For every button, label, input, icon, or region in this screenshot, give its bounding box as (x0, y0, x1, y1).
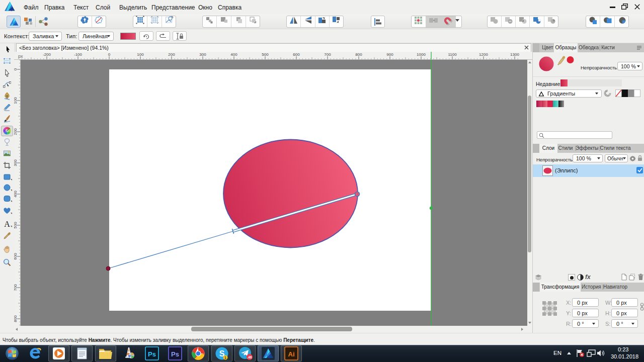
svg-text:200: 200 (168, 52, 175, 57)
svg-text:1300: 1300 (510, 52, 519, 57)
svg-text:700: 700 (324, 52, 331, 57)
svg-text:200: 200 (14, 128, 18, 135)
svg-text:1200: 1200 (479, 52, 488, 57)
svg-text:500: 500 (14, 222, 18, 229)
svg-text:800: 800 (14, 315, 18, 322)
svg-text:500: 500 (262, 52, 269, 57)
svg-text:1100: 1100 (448, 52, 457, 57)
svg-text:900: 900 (386, 52, 393, 57)
svg-text:A: A (4, 220, 10, 228)
svg-text:1000: 1000 (417, 52, 426, 57)
svg-text:Ps: Ps (148, 350, 156, 358)
svg-text:1: 1 (224, 356, 226, 359)
svg-text:700: 700 (14, 284, 18, 291)
svg-text:600: 600 (293, 52, 300, 57)
svg-text:Ps: Ps (171, 350, 179, 358)
svg-text:400: 400 (230, 52, 237, 57)
svg-text:Ai: Ai (288, 350, 295, 358)
svg-text:800: 800 (355, 52, 362, 57)
svg-text:100: 100 (14, 97, 18, 104)
svg-text:300: 300 (14, 159, 18, 166)
svg-text:0: 0 (14, 68, 18, 70)
svg-text:600: 600 (14, 253, 18, 260)
svg-text:.46: .46 (247, 355, 252, 359)
svg-text:-100: -100 (74, 52, 83, 57)
svg-text:-200: -200 (43, 52, 51, 57)
svg-text:100: 100 (137, 52, 144, 57)
svg-text:300: 300 (199, 52, 206, 57)
svg-text:400: 400 (14, 191, 18, 198)
svg-text:0: 0 (108, 52, 111, 57)
